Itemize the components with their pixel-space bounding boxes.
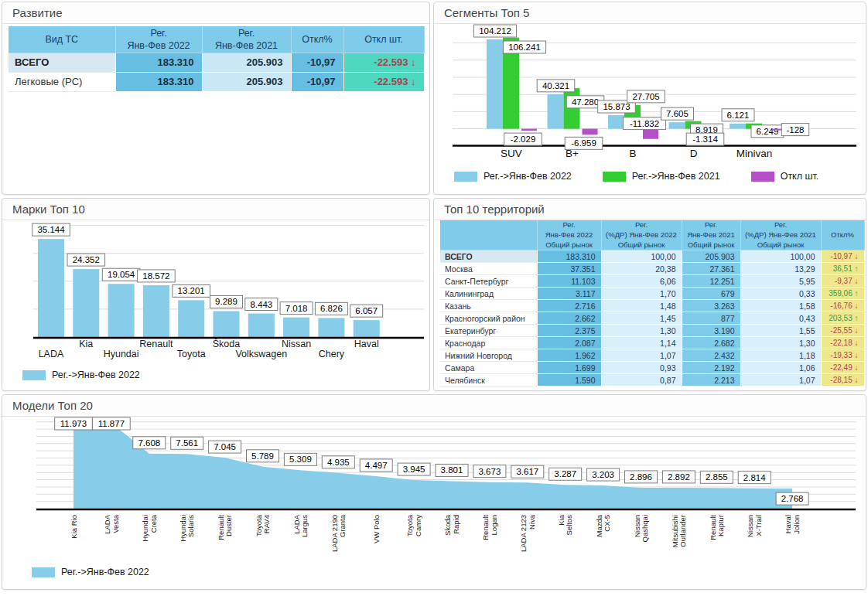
cell: 1.699 bbox=[537, 362, 601, 374]
models-legend: Рег.->Янв-Фев 2022 bbox=[32, 567, 149, 577]
bar-LADA[interactable] bbox=[38, 239, 64, 337]
x-axis-label[interactable]: Hyundai bbox=[104, 349, 139, 359]
column-header bbox=[440, 220, 537, 250]
table-row[interactable]: Казань2.7161,483.2631,58-16,76 ↓ bbox=[440, 300, 864, 312]
x-axis-label[interactable]: RenaultLogan bbox=[481, 515, 498, 540]
bar-deviation-B+[interactable] bbox=[583, 129, 598, 135]
x-axis-label[interactable]: LADALargus bbox=[292, 514, 309, 537]
value-label: 3.945 bbox=[403, 465, 425, 474]
value-label: 35.144 bbox=[37, 225, 65, 234]
x-axis-label[interactable]: NissanQashqai bbox=[633, 515, 650, 542]
x-axis-label[interactable]: KiaSeltos bbox=[557, 514, 574, 535]
x-axis-label[interactable]: Toyota bbox=[177, 349, 206, 359]
legend-swatch bbox=[454, 172, 477, 182]
legend-item[interactable]: Рег.->Янв-Фев 2021 bbox=[603, 171, 720, 182]
cell: 2.432 bbox=[682, 349, 740, 362]
value-label: 2.855 bbox=[706, 472, 728, 482]
x-axis-label[interactable]: HyundaiSolaris bbox=[179, 515, 196, 542]
cell: 183.310 bbox=[115, 53, 202, 72]
value-label: 4.497 bbox=[365, 461, 388, 470]
x-axis-label[interactable]: MazdaCX-5 bbox=[595, 514, 612, 536]
legend-item[interactable]: Рег.->Янв-Фев 2022 bbox=[32, 567, 149, 577]
table-row[interactable]: ВСЕГО183.310100,00205.903100,00-10,97 ↓ bbox=[440, 250, 864, 263]
legend-item[interactable]: Откл шт. bbox=[751, 171, 819, 182]
bar-2021-B+[interactable] bbox=[564, 88, 580, 128]
cell: 13,29 bbox=[740, 263, 821, 275]
cell: 3.117 bbox=[537, 288, 601, 300]
bar-Kia[interactable] bbox=[73, 269, 99, 337]
legend-swatch bbox=[751, 172, 774, 182]
bar-2022-B[interactable] bbox=[608, 115, 624, 129]
x-axis-label[interactable]: RenaultDuster bbox=[217, 515, 234, 540]
x-axis-label[interactable]: SkodaRapid bbox=[443, 514, 460, 536]
x-axis-label[interactable]: LADA 2123Niva bbox=[519, 514, 536, 552]
x-axis-label[interactable]: Chery bbox=[319, 349, 345, 359]
x-axis-label[interactable]: Minivan bbox=[736, 148, 773, 159]
cell: 2.192 bbox=[682, 362, 740, 374]
bar-Chery[interactable] bbox=[318, 318, 344, 337]
bar-Hyundai[interactable] bbox=[108, 284, 135, 337]
x-axis-label[interactable]: ToyotaCamry bbox=[405, 514, 422, 536]
x-axis-label[interactable]: Kia Rio bbox=[70, 515, 78, 539]
table-row[interactable]: ВСЕГО183.310205.903-10,97-22.593 ↓ bbox=[9, 53, 424, 72]
cell: -25,55 ↓ bbox=[821, 325, 864, 337]
x-axis-label[interactable]: MitsubishiOutlander bbox=[671, 515, 688, 547]
table-row[interactable]: Санкт-Петербург11.1036,0612.2515,95-9,37… bbox=[440, 275, 864, 288]
table-row[interactable]: Калининград3.1171,706790,33359,06 ↑ bbox=[440, 288, 864, 300]
bar-deviation-SUV[interactable] bbox=[521, 129, 537, 131]
table-row[interactable]: Челябинск1.5900,872.2131,07-28,15 ↓ bbox=[440, 374, 864, 387]
x-axis-label[interactable]: D bbox=[690, 148, 698, 159]
bar-Renault[interactable] bbox=[143, 285, 169, 337]
x-axis-label[interactable]: B bbox=[629, 148, 636, 159]
development-table: Вид ТСРег. Янв-Фев 2022Рег. Янв-Фев 2021… bbox=[9, 26, 425, 92]
x-axis-label[interactable]: RenaultKaptur bbox=[709, 515, 726, 540]
table-row[interactable]: Легковые (PC)183.310205.903-10,97-22.593… bbox=[9, 72, 424, 91]
table-row[interactable]: Нижний Новгород1.9621,072.4321,18-19,33 … bbox=[440, 349, 864, 362]
territories-table-container: Рег. Янв-Фев 2022 Общий рынокРег. (%ДР) … bbox=[434, 220, 866, 390]
table-row[interactable]: Красногорский район2.6621,458770,43203,5… bbox=[440, 312, 864, 325]
x-axis-label[interactable]: LADA bbox=[39, 349, 64, 359]
bar-2022-SUV[interactable] bbox=[487, 39, 503, 129]
x-axis-label[interactable]: Kia bbox=[79, 339, 93, 349]
x-axis-label[interactable]: VW Polo bbox=[372, 515, 381, 543]
cell: Казань bbox=[440, 300, 537, 312]
cell: -22,49 ↓ bbox=[821, 362, 864, 374]
column-header: Вид ТС bbox=[9, 26, 115, 53]
cell: Нижний Новгород bbox=[440, 349, 537, 362]
x-axis-label[interactable]: Nissan bbox=[282, 339, 311, 349]
x-axis-label[interactable]: Renault bbox=[139, 339, 173, 349]
x-axis-label[interactable]: HyundaiCreta bbox=[141, 514, 158, 542]
x-axis-label[interactable]: Volkswagen bbox=[235, 349, 287, 359]
cell: 205.903 bbox=[202, 53, 291, 72]
table-row[interactable]: Москва37.35120,3827.36113,2936,51 ↑ bbox=[440, 263, 864, 275]
value-label: 3.673 bbox=[479, 467, 501, 476]
bar-2022-B+[interactable] bbox=[548, 94, 564, 129]
x-axis-label[interactable]: HavalJolion bbox=[784, 515, 801, 534]
bar-2022-Minivan[interactable] bbox=[730, 124, 746, 129]
table-row[interactable]: Краснодар2.0871,142.6821,30-22,18 ↓ bbox=[440, 337, 864, 349]
bar-2022-D[interactable] bbox=[669, 122, 685, 128]
bar-Volkswagen[interactable] bbox=[248, 314, 275, 337]
x-axis-label[interactable]: LADA 2190Granta bbox=[330, 514, 347, 552]
cell: 1,06 bbox=[740, 362, 821, 374]
x-axis-label[interactable]: Škoda bbox=[213, 338, 240, 349]
bar-Toyota[interactable] bbox=[178, 300, 204, 337]
x-axis-label[interactable]: Haval bbox=[354, 339, 379, 349]
x-axis-label[interactable]: LADAVesta bbox=[103, 514, 120, 534]
legend-item[interactable]: Рег.->Янв-Фев 2022 bbox=[454, 171, 572, 182]
value-label: 6.057 bbox=[355, 306, 378, 315]
x-axis-label[interactable]: NissanX-Trail bbox=[746, 515, 763, 537]
legend-item[interactable]: Рег.->Янв-Фев 2022 bbox=[22, 370, 140, 380]
bar-Nissan[interactable] bbox=[283, 318, 309, 337]
x-axis-label[interactable]: ToyotaRAV4 bbox=[255, 514, 272, 536]
cell: ВСЕГО bbox=[9, 53, 115, 72]
bar-deviation-B[interactable] bbox=[643, 129, 658, 139]
table-row[interactable]: Самара1.6990,932.1921,06-22,49 ↓ bbox=[440, 362, 864, 374]
cell: 359,06 ↑ bbox=[821, 288, 864, 300]
bar-Haval[interactable] bbox=[354, 320, 380, 337]
cell: Санкт-Петербург bbox=[440, 275, 537, 288]
bar-Škoda[interactable] bbox=[214, 311, 240, 337]
panel-models: Модели Топ 20 Kia RioLADAVestaHyundaiCre… bbox=[2, 394, 866, 590]
table-row[interactable]: Екатеринбург2.3751,303.1901,55-25,55 ↓ bbox=[440, 325, 864, 337]
x-axis-label[interactable]: SUV bbox=[501, 148, 522, 159]
